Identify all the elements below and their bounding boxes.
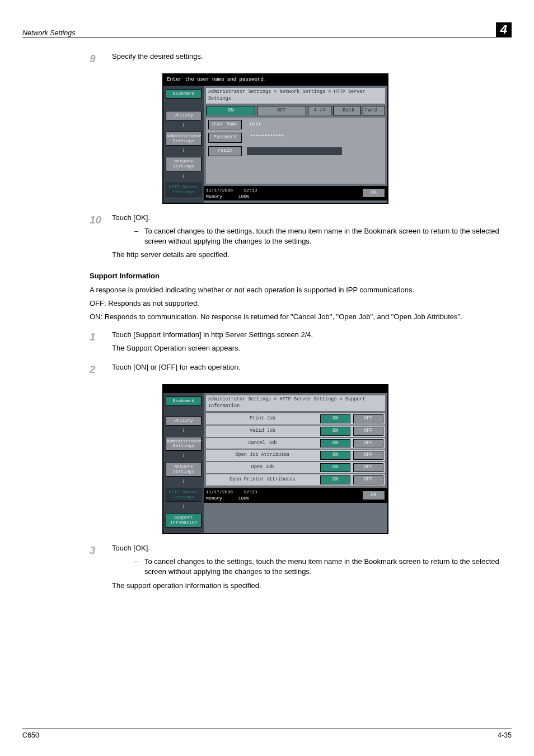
step-result: The http server details are specified. [112, 250, 506, 260]
on-tab[interactable]: ON [206, 106, 255, 115]
step-number: 3 [90, 543, 112, 591]
step-number: 1 [90, 330, 112, 357]
operation-label: Open Job Attributes [208, 452, 317, 459]
time-label: 12:33 [243, 188, 257, 193]
step-result: The support operation information is spe… [112, 581, 506, 591]
off-toggle[interactable]: OFF [353, 451, 383, 460]
utility-button[interactable]: Utility [166, 416, 202, 426]
network-settings-button[interactable]: Network Settings [166, 462, 202, 477]
breadcrumb: Administrator Settings > HTTP Server Set… [206, 395, 385, 411]
on-toggle[interactable]: ON [320, 463, 350, 472]
chevron-down-icon: ↓ [166, 503, 202, 511]
off-toggle[interactable]: OFF [353, 414, 383, 423]
chevron-down-icon: ↓ [166, 478, 202, 486]
realm-label[interactable]: realm [208, 146, 242, 156]
off-toggle[interactable]: OFF [353, 475, 383, 484]
step-text: Touch [Support Information] in http Serv… [112, 330, 506, 340]
network-settings-button[interactable]: Network Settings [166, 157, 202, 171]
operation-label: Open Job [208, 464, 317, 471]
bookmark-button[interactable]: Bookmark [166, 89, 202, 99]
date-label: 11/17/2006 [206, 489, 233, 494]
step-text: Touch [OK]. [112, 543, 506, 553]
utility-button[interactable]: Utility [166, 111, 202, 120]
date-label: 11/17/2006 [206, 188, 233, 193]
step-number: 9 [90, 52, 112, 67]
chevron-down-icon: ↓ [166, 122, 202, 129]
ok-button[interactable]: OK [362, 188, 385, 198]
on-toggle[interactable]: ON [320, 427, 350, 436]
support-row: Cancel JobONOFF [206, 438, 385, 449]
password-value: ************ [247, 133, 320, 142]
memory-label: Memory [206, 194, 222, 199]
support-row: Open JobONOFF [206, 462, 385, 473]
username-value: user [247, 120, 320, 129]
step-note: To cancel changes to the settings, touch… [144, 226, 506, 246]
support-information-button[interactable]: Support Infomation [166, 513, 202, 528]
http-server-settings-button[interactable]: HTTP Server Settings [166, 183, 202, 197]
support-info-heading: Support Information [90, 271, 506, 281]
memory-value: 100% [238, 496, 249, 501]
realm-value [247, 147, 342, 155]
time-label: 12:33 [243, 489, 257, 494]
http-server-settings-screenshot: Enter the user name and password. Bookma… [162, 73, 388, 204]
password-label[interactable]: Password [208, 133, 242, 143]
chevron-down-icon: ↓ [166, 427, 202, 435]
support-info-p2: OFF: Responds as not supported. [90, 298, 506, 309]
on-toggle[interactable]: ON [320, 475, 350, 484]
step-text: Touch [OK]. [112, 213, 506, 223]
on-toggle[interactable]: ON [320, 414, 350, 423]
step-text: Specify the desired settings. [112, 52, 506, 67]
page-indicator: 4 /4 [308, 106, 331, 115]
admin-settings-button[interactable]: Administrator Settings [166, 132, 202, 146]
admin-settings-button[interactable]: Administrator Settings [166, 437, 202, 451]
forward-button[interactable]: Fwrd → [363, 106, 385, 115]
off-toggle[interactable]: OFF [353, 427, 383, 436]
support-info-p1: A response is provided indicating whethe… [90, 285, 506, 295]
operation-label: Open Printer Attributes [208, 477, 317, 483]
step-text: Touch [ON] or [OFF] for each operation. [112, 362, 506, 377]
breadcrumb: Administrator Settings > Network Setting… [206, 88, 385, 104]
support-information-screenshot: Bookmark Utility ↓ Administrator Setting… [162, 384, 388, 534]
page-number: 4-35 [498, 731, 512, 739]
memory-value: 100% [238, 194, 249, 199]
chevron-down-icon: ↓ [166, 172, 202, 180]
bookmark-button[interactable]: Bookmark [166, 396, 202, 406]
operation-label: Valid Job [208, 428, 317, 435]
step-number: 2 [90, 362, 112, 377]
operation-label: Print Job [208, 416, 317, 422]
step-result: The Support Operation screen appears. [112, 343, 506, 353]
back-button[interactable]: ←Back [333, 106, 361, 115]
section-title: Network Settings [22, 29, 75, 37]
chapter-number: 4 [496, 22, 512, 37]
on-toggle[interactable]: ON [320, 439, 350, 448]
on-toggle[interactable]: ON [320, 451, 350, 460]
http-server-settings-button[interactable]: HTTP Server Settings [166, 488, 202, 502]
chevron-down-icon: ↓ [166, 147, 202, 155]
support-row: Open Job AttributesONOFF [206, 450, 385, 461]
operation-label: Cancel Job [208, 440, 317, 447]
model-label: C650 [22, 731, 39, 739]
support-row: Valid JobONOFF [206, 426, 385, 437]
off-toggle[interactable]: OFF [353, 463, 383, 472]
memory-label: Memory [206, 496, 222, 501]
ok-button[interactable]: OK [362, 491, 385, 500]
support-row: Print JobONOFF [206, 413, 385, 424]
off-tab[interactable]: OFF [257, 106, 306, 115]
step-note: To cancel changes to the settings, touch… [144, 557, 506, 577]
support-row: Open Printer AttributesONOFF [206, 474, 385, 486]
off-toggle[interactable]: OFF [353, 439, 383, 448]
screen-prompt: Enter the user name and password. [163, 74, 387, 86]
support-info-p3: ON: Responds to communication. No respon… [90, 312, 506, 322]
step-number: 10 [90, 213, 112, 260]
username-label[interactable]: User Name [208, 120, 242, 130]
chevron-down-icon: ↓ [166, 452, 202, 460]
